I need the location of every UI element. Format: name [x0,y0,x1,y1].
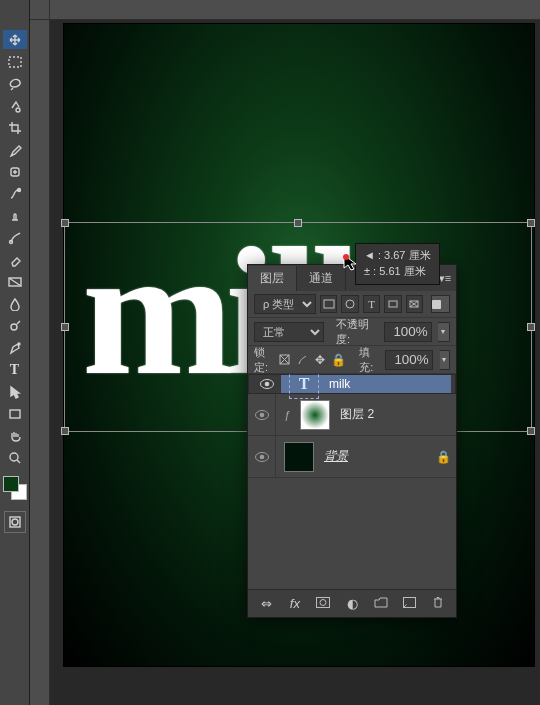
filter-smart-icon[interactable] [406,295,423,313]
history-brush-tool[interactable] [3,228,27,247]
tab-channels[interactable]: 通道 [297,266,346,291]
svg-point-14 [346,300,354,308]
eyedropper-tool[interactable] [3,140,27,159]
lock-label: 锁定: [254,345,272,375]
opacity-input[interactable] [384,322,432,342]
filter-toggle-switch[interactable] [431,295,450,313]
gradient-tool[interactable] [3,272,27,291]
layer-name[interactable]: 图层 2 [340,406,374,423]
svg-point-11 [12,519,18,525]
svg-point-21 [259,412,264,417]
opacity-label: 不透明度: [336,317,378,347]
quick-mask-toggle[interactable] [4,511,26,533]
svg-rect-13 [324,300,334,308]
transform-handle-sw[interactable] [61,427,69,435]
tab-layers[interactable]: 图层 [248,266,297,291]
transform-handle-nw[interactable] [61,219,69,227]
path-select-tool[interactable] [3,382,27,401]
layer-fx-indicator[interactable]: ƒ [284,409,290,421]
layer-row[interactable]: T milk [248,374,456,394]
visibility-toggle[interactable] [248,394,276,435]
transform-handle-ne[interactable] [527,219,535,227]
brush-tool[interactable] [3,184,27,203]
svg-point-3 [17,188,20,191]
layer-thumbnail[interactable] [300,400,330,430]
layer-group-button[interactable] [366,596,395,611]
svg-point-6 [11,324,17,330]
layer-style-button[interactable]: fx [281,596,310,611]
visibility-toggle[interactable] [253,375,281,393]
filter-kind-select[interactable]: ρ 类型 [254,294,316,314]
layer-mask-button[interactable] [309,596,338,611]
filter-type-icon[interactable]: T [363,295,380,313]
hand-tool[interactable] [3,426,27,445]
link-layers-button[interactable]: ⇔ [252,596,281,611]
eye-icon [259,378,275,390]
tools-panel: T [0,0,30,705]
layer-list: T milk ƒ 图层 2 背景 🔒 [248,374,456,589]
transform-handle-w[interactable] [61,323,69,331]
lock-bar: 锁定: ✥ 🔒 填充: ▾ [248,346,456,374]
color-swatches[interactable] [3,476,27,500]
dodge-tool[interactable] [3,316,27,335]
svg-rect-0 [9,57,21,67]
svg-point-19 [264,382,269,387]
tooltip-line-2: ± : 5.61 厘米 [364,264,431,280]
heal-tool[interactable] [3,162,27,181]
layers-panel[interactable]: 图层 通道 « ▾≡ ρ 类型 T 正常 不透明度: ▾ 锁定: ✥ [247,264,457,618]
zoom-tool[interactable] [3,448,27,467]
svg-point-7 [18,343,20,345]
foreground-color-swatch[interactable] [3,476,19,492]
layer-row[interactable]: ƒ 图层 2 [248,394,456,436]
new-layer-button[interactable] [395,596,424,611]
eraser-tool[interactable] [3,250,27,269]
filter-pixel-icon[interactable] [320,295,337,313]
ruler-corner [30,0,50,20]
lasso-tool[interactable] [3,74,27,93]
blend-row: 正常 不透明度: ▾ [248,318,456,346]
pen-tool[interactable] [3,338,27,357]
horizontal-ruler[interactable] [50,0,540,20]
layer-lock-icon: 🔒 [430,450,456,464]
lock-position-icon[interactable] [297,353,308,366]
eye-icon [254,409,270,421]
svg-point-12 [343,254,349,260]
layer-thumbnail[interactable] [284,442,314,472]
cursor-pointer-icon [342,253,360,271]
crop-tool[interactable] [3,118,27,137]
shape-tool[interactable] [3,404,27,423]
transform-handle-se[interactable] [527,427,535,435]
vertical-ruler[interactable] [30,20,50,705]
svg-point-9 [10,453,18,461]
svg-point-25 [320,600,326,606]
transform-handle-e[interactable] [527,323,535,331]
eye-icon [254,451,270,463]
move-tool[interactable] [3,30,27,49]
delete-layer-button[interactable] [423,596,452,612]
visibility-toggle[interactable] [248,436,276,477]
blur-tool[interactable] [3,294,27,313]
svg-point-1 [16,108,20,112]
svg-rect-15 [389,301,397,307]
blend-mode-select[interactable]: 正常 [254,322,324,342]
lock-artboard-icon[interactable]: ✥ [315,353,325,366]
type-tool[interactable]: T [3,360,27,379]
layer-name[interactable]: milk [329,377,350,391]
layers-panel-footer: ⇔ fx ◐ [248,589,456,617]
layer-filter-bar: ρ 类型 T [248,291,456,318]
fill-dropdown[interactable]: ▾ [440,350,450,370]
marquee-tool[interactable] [3,52,27,71]
stamp-tool[interactable] [3,206,27,225]
fill-input[interactable] [385,350,433,370]
lock-all-icon[interactable]: 🔒 [332,353,345,366]
layer-name[interactable]: 背景 [324,448,348,465]
opacity-dropdown[interactable]: ▾ [438,322,450,342]
svg-point-23 [259,454,264,459]
transform-tooltip: ◄ : 3.67 厘米 ± : 5.61 厘米 [355,243,440,285]
lock-pixels-icon[interactable] [279,353,290,366]
quick-select-tool[interactable] [3,96,27,115]
adjustment-layer-button[interactable]: ◐ [338,596,367,611]
filter-shape-icon[interactable] [384,295,401,313]
filter-adjust-icon[interactable] [341,295,358,313]
layer-row[interactable]: 背景 🔒 [248,436,456,478]
